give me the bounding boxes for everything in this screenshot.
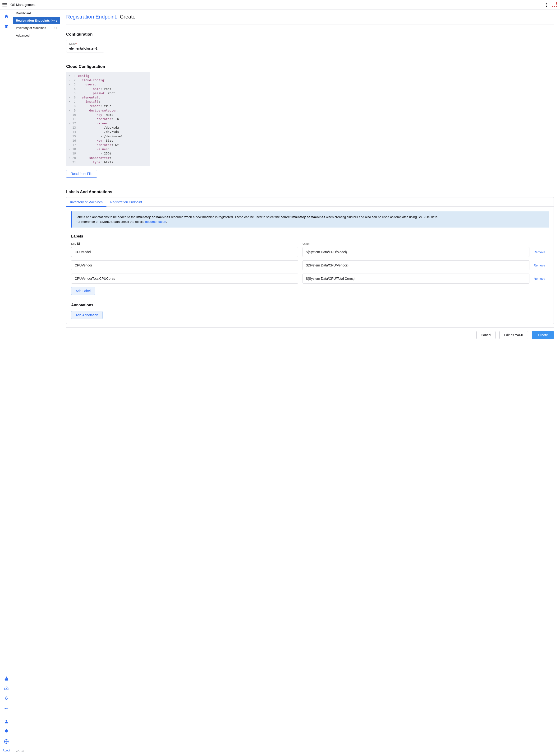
name-input[interactable] — [69, 46, 101, 50]
label-row: Remove — [71, 247, 549, 257]
user-icon[interactable] — [4, 719, 9, 724]
tabs: Inventory of Machines Registration Endpo… — [66, 197, 554, 207]
remove-link[interactable]: Remove — [534, 277, 545, 280]
puzzle-icon[interactable] — [4, 729, 9, 734]
configuration-heading: Configuration — [66, 32, 554, 37]
name-field-wrapper: Name* — [66, 40, 104, 53]
info-box: Labels and annotations to be added to th… — [71, 211, 549, 228]
remove-link[interactable]: Remove — [534, 250, 545, 254]
about-link[interactable]: About — [3, 749, 10, 752]
edit-yaml-button[interactable]: Edit as YAML — [499, 331, 528, 339]
add-annotation-button[interactable]: Add Annotation — [71, 311, 103, 319]
home-icon[interactable] — [4, 14, 9, 19]
tab-inventory[interactable]: Inventory of Machines — [66, 197, 106, 207]
tshirt-icon[interactable] — [4, 24, 9, 29]
label-value-input[interactable] — [302, 274, 529, 284]
label-row: Remove — [71, 274, 549, 284]
nav-badge: ⟨⟶⟩0 — [50, 26, 57, 30]
labels-annotations-heading: Labels And Annotations — [66, 190, 554, 194]
chevron-right-icon: › — [56, 34, 57, 37]
label-row: Remove — [71, 260, 549, 270]
label-key-input[interactable] — [71, 247, 298, 257]
add-label-button[interactable]: Add Label — [71, 287, 95, 295]
labels-subheading: Labels — [71, 234, 549, 238]
annotations-subheading: Annotations — [71, 303, 549, 307]
main: Registration Endpoint: Create Configurat… — [60, 9, 560, 755]
nav-label: Dashboard — [16, 12, 31, 15]
label-value-input[interactable] — [302, 260, 529, 270]
nav-label: Advanced — [16, 34, 29, 37]
nav-dashboard[interactable]: Dashboard — [13, 9, 60, 17]
brand-logo — [552, 2, 557, 7]
name-label: Name* — [69, 42, 77, 45]
dashboard-icon[interactable] — [4, 686, 9, 691]
tab-registration-endpoint[interactable]: Registration Endpoint — [106, 197, 146, 207]
version-label: v2.8.3 — [13, 747, 60, 755]
documentation-link[interactable]: documentation — [145, 220, 166, 224]
footer-bar: Cancel Edit as YAML Create — [66, 327, 554, 339]
globe-icon[interactable] — [4, 739, 9, 744]
fire-icon[interactable] — [4, 696, 9, 701]
nav-registration-endpoints[interactable]: Registration Endpoints ⟨⟶⟩1 — [13, 17, 60, 24]
remove-link[interactable]: Remove — [534, 264, 545, 267]
kv-header: Key Value — [71, 242, 549, 246]
label-value-input[interactable] — [302, 247, 529, 257]
nav-advanced[interactable]: Advanced › — [13, 32, 60, 39]
nav-label: Inventory of Machines — [16, 26, 46, 30]
cancel-button[interactable]: Cancel — [476, 331, 496, 339]
nav-inventory[interactable]: Inventory of Machines ⟨⟶⟩0 — [13, 24, 60, 32]
kebab-menu-icon[interactable]: ⋮ — [544, 2, 548, 7]
page-title-suffix: Create — [120, 14, 135, 20]
labels-annotations-panel: Inventory of Machines Registration Endpo… — [66, 197, 554, 324]
cloud-config-heading: Cloud Configuration — [66, 64, 554, 69]
label-key-input[interactable] — [71, 274, 298, 284]
page-title: Registration Endpoint: Create — [66, 14, 554, 20]
info-icon[interactable] — [77, 243, 80, 245]
topbar: OS Management ⋮ — [0, 0, 560, 9]
page-title-prefix: Registration Endpoint: — [66, 14, 117, 20]
icon-rail: About — [0, 9, 13, 755]
nav-label: Registration Endpoints — [16, 19, 50, 22]
sidenav: Dashboard Registration Endpoints ⟨⟶⟩1 In… — [13, 9, 60, 755]
menu-icon[interactable] — [2, 2, 7, 7]
key-col-label: Key — [71, 242, 76, 246]
read-from-file-button[interactable]: Read from File — [66, 170, 97, 178]
value-col-label: Value — [302, 242, 309, 246]
yaml-editor[interactable]: ▾1config:▾2 cloud-config:▾3 users:4 - na… — [66, 72, 150, 166]
sailboat-icon[interactable] — [4, 676, 9, 681]
app-title: OS Management — [11, 3, 36, 7]
nav-badge: ⟨⟶⟩1 — [50, 19, 57, 22]
label-key-input[interactable] — [71, 260, 298, 270]
create-button[interactable]: Create — [532, 331, 554, 339]
chain-icon[interactable] — [4, 706, 9, 711]
